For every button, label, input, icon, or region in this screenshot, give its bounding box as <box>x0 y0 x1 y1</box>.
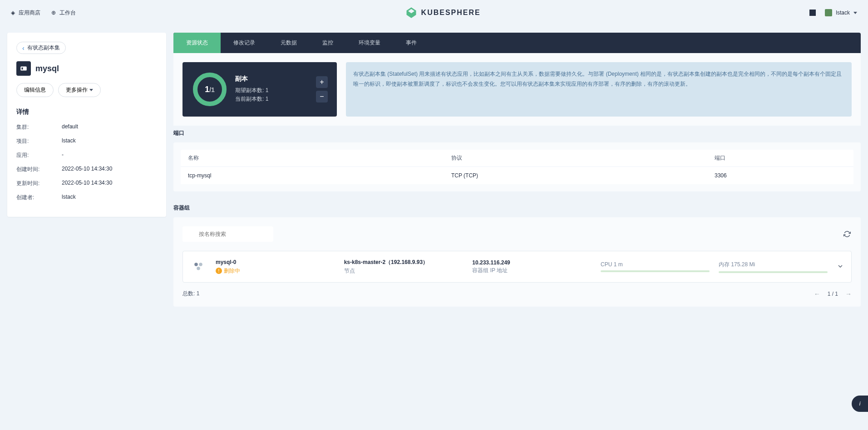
more-actions-button[interactable]: 更多操作 <box>58 83 101 97</box>
svg-point-7 <box>199 263 202 266</box>
tab-元数据[interactable]: 元数据 <box>268 33 310 53</box>
edit-info-label: 编辑信息 <box>24 86 46 94</box>
expand-button[interactable] <box>837 263 844 271</box>
header: ◈ 应用商店 ⊕ 工作台 KUBESPHERE lstack <box>0 0 868 25</box>
warning-icon: ! <box>216 268 222 274</box>
notification-icon[interactable] <box>809 10 816 16</box>
caret-down-icon <box>89 89 93 91</box>
detail-label: 创建者: <box>16 194 62 201</box>
pod-section-body: mysql-0 !删除中 ks-k8s-master-2（192.168.9.9… <box>173 217 861 307</box>
desired-label: 期望副本数: <box>235 87 264 93</box>
current-value: 1 <box>266 96 269 102</box>
detail-value: 2022-05-10 14:34:30 <box>62 180 112 187</box>
pod-name-col: mysql-0 !删除中 <box>216 259 335 275</box>
ports-section: 端口 名称 协议 端口 tcp-mysqlTCP (TCP)3306 <box>173 126 861 200</box>
total-count: 总数: 1 <box>182 290 199 298</box>
action-buttons: 编辑信息 更多操作 <box>16 83 157 97</box>
svg-point-6 <box>194 263 198 266</box>
pods-list: mysql-0 !删除中 ks-k8s-master-2（192.168.9.9… <box>182 251 852 283</box>
detail-value: - <box>62 151 64 159</box>
sidebar: ‹ 有状态副本集 mysql 编辑信息 更多操作 详情 集群:default项目… <box>7 33 166 217</box>
chevron-left-icon: ‹ <box>22 44 25 52</box>
logo[interactable]: KUBESPHERE <box>405 6 481 19</box>
detail-row: 应用:- <box>16 151 157 159</box>
resource-name: mysql <box>35 64 59 73</box>
status-title: 副本 <box>235 75 309 83</box>
svg-rect-1 <box>22 68 23 70</box>
search-input[interactable] <box>182 226 273 242</box>
detail-row: 更新时间:2022-05-10 14:34:30 <box>16 180 157 187</box>
replica-ring-chart: 1/1 <box>192 71 228 108</box>
cpu-bar <box>601 270 710 272</box>
search-wrapper <box>182 226 837 242</box>
header-port: 端口 <box>715 154 846 162</box>
pod-cpu-col: CPU 1 m <box>601 261 710 272</box>
detail-row: 集群:default <box>16 123 157 131</box>
cpu-label: CPU 1 m <box>601 261 710 268</box>
desired-line: 期望副本数: 1 <box>235 87 309 94</box>
pod-mem-col: 内存 175.28 Mi <box>719 261 828 273</box>
tab-环境变量[interactable]: 环境变量 <box>346 33 393 53</box>
info-banner: 有状态副本集 (StatefulSet) 用来描述有状态应用，比如副本之间有主从… <box>346 62 852 117</box>
workspace-label: 工作台 <box>59 9 76 17</box>
content: 资源状态修改记录元数据监控环境变量事件 1/1 副本 期望副本数: 1 <box>173 33 861 316</box>
pod-node-label: 节点 <box>344 267 464 275</box>
search-bar <box>182 226 852 242</box>
pod-node-col: ks-k8s-master-2（192.168.9.93） 节点 <box>344 259 464 275</box>
detail-value: 2022-05-10 14:34:30 <box>62 166 112 173</box>
ring-text: 1/1 <box>205 85 215 94</box>
pod-icon <box>190 259 207 275</box>
logo-text: KUBESPHERE <box>421 9 481 17</box>
header-left: ◈ 应用商店 ⊕ 工作台 <box>11 9 76 17</box>
detail-label: 更新时间: <box>16 180 62 187</box>
table-row: tcp-mysqlTCP (TCP)3306 <box>181 166 853 184</box>
pods-title: 容器组 <box>173 200 861 217</box>
detail-label: 创建时间: <box>16 166 62 173</box>
details-title: 详情 <box>16 108 157 116</box>
tab-事件[interactable]: 事件 <box>393 33 429 53</box>
refresh-button[interactable] <box>843 230 852 239</box>
pod-ip-col: 10.233.116.249 容器组 IP 地址 <box>472 259 592 274</box>
scale-down-button[interactable]: − <box>316 91 328 103</box>
tab-修改记录[interactable]: 修改记录 <box>221 33 268 53</box>
pod-ip-label: 容器组 IP 地址 <box>472 267 592 274</box>
scale-up-button[interactable]: + <box>316 76 328 88</box>
ports-title: 端口 <box>173 126 861 142</box>
detail-row: 项目:lstack <box>16 137 157 145</box>
current-label: 当前副本数: <box>235 96 264 102</box>
page-next-button[interactable]: → <box>845 290 852 298</box>
detail-value: lstack <box>62 194 76 201</box>
pod-card[interactable]: mysql-0 !删除中 ks-k8s-master-2（192.168.9.9… <box>182 251 852 283</box>
appstore-label: 应用商店 <box>19 9 40 17</box>
edit-info-button[interactable]: 编辑信息 <box>16 83 54 97</box>
tabs: 资源状态修改记录元数据监控环境变量事件 <box>173 33 861 53</box>
ports-table-header: 名称 协议 端口 <box>181 150 853 166</box>
page-prev-button[interactable]: ← <box>814 290 820 298</box>
tab-资源状态[interactable]: 资源状态 <box>173 33 221 53</box>
pagination-right: ← 1 / 1 → <box>814 290 852 298</box>
breadcrumb-back[interactable]: ‹ 有状态副本集 <box>16 42 66 54</box>
detail-value: lstack <box>62 137 76 145</box>
breadcrumb-label: 有状态副本集 <box>27 44 60 52</box>
header-center: KUBESPHERE <box>76 6 809 19</box>
help-fab[interactable]: i <box>852 396 868 412</box>
detail-row: 创建时间:2022-05-10 14:34:30 <box>16 166 157 173</box>
workspace-link[interactable]: ⊕ 工作台 <box>51 9 76 17</box>
tab-监控[interactable]: 监控 <box>310 33 346 53</box>
page-indicator: 1 / 1 <box>828 291 838 297</box>
pagination: 总数: 1 ← 1 / 1 → <box>182 283 852 298</box>
replica-buttons: + − <box>316 76 328 103</box>
ports-body: tcp-mysqlTCP (TCP)3306 <box>181 166 853 184</box>
svg-point-8 <box>197 267 200 270</box>
statefulset-icon <box>16 61 31 76</box>
user-menu[interactable]: lstack <box>825 9 857 16</box>
pod-node: ks-k8s-master-2（192.168.9.93） <box>344 259 464 266</box>
appstore-icon: ◈ <box>11 10 15 16</box>
appstore-link[interactable]: ◈ 应用商店 <box>11 9 40 17</box>
workspace-icon: ⊕ <box>51 10 56 16</box>
detail-value: default <box>62 123 78 131</box>
port-protocol: TCP (TCP) <box>451 172 715 179</box>
replica-total: 1 <box>211 86 215 93</box>
current-line: 当前副本数: 1 <box>235 95 309 103</box>
pod-ip: 10.233.116.249 <box>472 259 592 266</box>
